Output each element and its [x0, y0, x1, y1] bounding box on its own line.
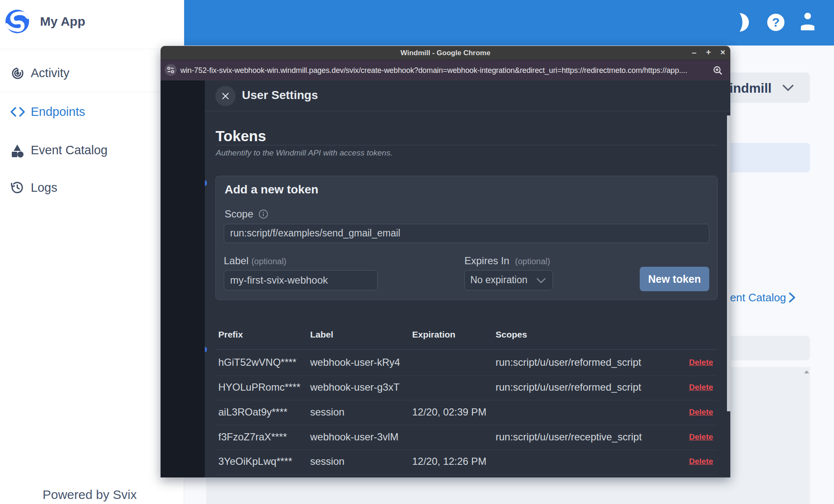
- svg-text:?: ?: [772, 15, 780, 29]
